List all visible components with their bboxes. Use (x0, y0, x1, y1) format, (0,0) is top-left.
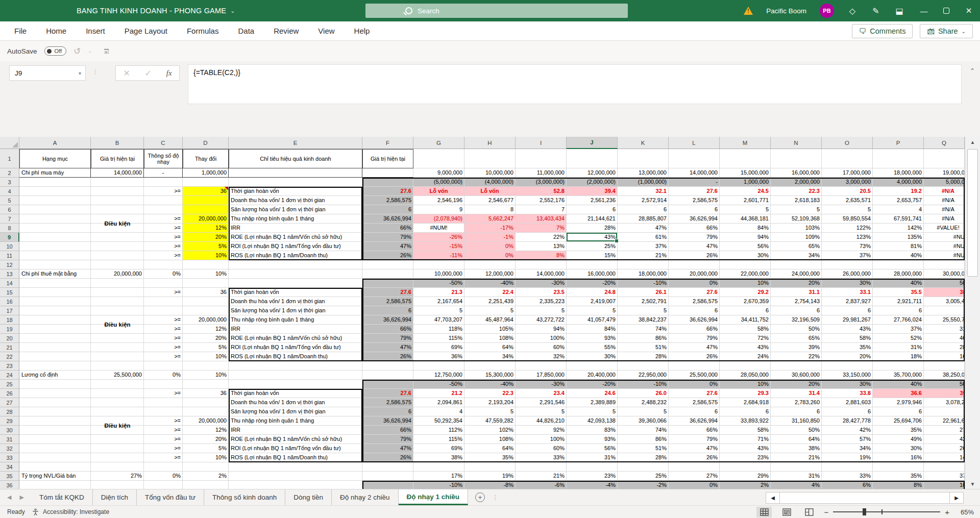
hscroll-left-icon[interactable]: ◀ (766, 492, 780, 504)
column-header-E[interactable]: E (229, 137, 362, 149)
cell-P36[interactable]: 8% (873, 481, 924, 489)
cell-M17[interactable]: 6 (720, 306, 771, 315)
row-header-16[interactable]: 16 (0, 297, 19, 306)
cell-N33[interactable]: 21% (771, 453, 822, 462)
cell-H9[interactable]: -1% (464, 233, 516, 242)
cell-C13[interactable]: 0% (144, 269, 183, 279)
cell-G4[interactable]: Lỗ vốn (413, 187, 464, 196)
cell-J24[interactable]: 20,400,000 (567, 371, 618, 380)
cell-E7[interactable]: Thu nhập ròng bình quân 1 tháng (229, 214, 362, 224)
cell-L14[interactable]: 0% (669, 279, 720, 288)
cell-N26[interactable]: 31.4 (771, 389, 822, 398)
cell-Q16[interactable]: 3,005,495 (924, 297, 965, 306)
vscroll-thumb[interactable] (967, 149, 978, 277)
row-header-3[interactable]: 3 (0, 178, 19, 187)
cell-A11[interactable] (19, 251, 91, 260)
column-header-B[interactable]: B (91, 137, 144, 149)
cell-A30[interactable] (19, 426, 91, 435)
diamond-icon[interactable]: ◇ (847, 6, 857, 16)
row-header-12[interactable]: 12 (0, 260, 19, 269)
cell-Q12[interactable] (924, 260, 965, 269)
row-header-6[interactable]: 6 (0, 205, 19, 214)
cell-L15[interactable]: 27.6 (669, 288, 720, 297)
cell-B25[interactable] (91, 380, 144, 389)
cell-J13[interactable]: 16,000,000 (567, 269, 618, 279)
cell-Q14[interactable]: 50% (924, 279, 965, 288)
cell-N35[interactable]: 31% (771, 472, 822, 481)
cell-F19[interactable]: 66% (362, 325, 413, 334)
cell-M18[interactable]: 34,411,752 (720, 315, 771, 325)
zoom-out-icon[interactable]: − (824, 508, 828, 516)
row-header-36[interactable]: 36 (0, 481, 19, 489)
cell-E34[interactable] (229, 462, 362, 472)
cell-J36[interactable]: -4% (567, 481, 618, 489)
cell-F36[interactable] (362, 481, 413, 489)
cell-N30[interactable]: 50% (771, 426, 822, 435)
row-header-9[interactable]: 9 (0, 233, 19, 242)
cell-M24[interactable]: 28,050,000 (720, 371, 771, 380)
cell-A16[interactable] (19, 297, 91, 306)
cell-L22[interactable]: 26% (669, 352, 720, 361)
cell-H16[interactable]: 2,251,439 (464, 297, 516, 306)
cell-E31[interactable]: ROE (Lợi nhuận BQ 1 năm/Vốn chủ sở hữu) (229, 435, 362, 444)
cell-J27[interactable]: 2,389,889 (567, 398, 618, 407)
cell-A31[interactable] (19, 435, 91, 444)
cell-L26[interactable]: 27.6 (669, 389, 720, 398)
cell-E21[interactable]: ROI (Lợi nhuận BQ 1 năm/Tổng vốn đầu tư) (229, 343, 362, 352)
cell-N14[interactable]: 20% (771, 279, 822, 288)
cell-F16[interactable]: 2,586,575 (362, 297, 413, 306)
row-header-19[interactable]: 19 (0, 325, 19, 334)
cell-P24[interactable]: 35,700,000 (873, 371, 924, 380)
cell-B27[interactable] (91, 398, 144, 407)
cell-O31[interactable]: 57% (822, 435, 873, 444)
cell-L19[interactable]: 66% (669, 325, 720, 334)
cell-M16[interactable]: 2,670,359 (720, 297, 771, 306)
cell-B29[interactable] (91, 416, 144, 426)
cell-F4[interactable]: 27.6 (362, 187, 413, 196)
cell-C26[interactable]: >= (144, 389, 183, 398)
cell-B22[interactable] (91, 352, 144, 361)
pen-icon[interactable]: ✎ (871, 6, 881, 16)
cell-A21[interactable] (19, 343, 91, 352)
cell-G35[interactable]: 17% (413, 472, 464, 481)
cell-B3[interactable] (91, 178, 144, 187)
cell-F9[interactable]: 79% (362, 233, 413, 242)
cell-G11[interactable]: -11% (413, 251, 464, 260)
cell-P1[interactable] (873, 149, 924, 168)
cell-F14[interactable] (362, 279, 413, 288)
cell-E18[interactable]: Thu nhập ròng bình quân 1 tháng (229, 315, 362, 325)
cell-B6[interactable] (91, 205, 144, 214)
cell-P35[interactable]: 35% (873, 472, 924, 481)
ribbon-tab-file[interactable]: File (14, 27, 27, 35)
vscroll-up-icon[interactable]: ▲ (965, 137, 980, 147)
cell-C19[interactable]: >= (144, 325, 183, 334)
select-all-corner[interactable] (0, 137, 19, 149)
cell-C12[interactable] (144, 260, 183, 269)
cell-N21[interactable]: 39% (771, 343, 822, 352)
cell-L35[interactable]: 27% (669, 472, 720, 481)
cell-A9[interactable] (19, 233, 91, 242)
cell-M15[interactable]: 29.2 (720, 288, 771, 297)
cell-A5[interactable] (19, 196, 91, 205)
cell-G29[interactable]: 50,292,354 (413, 416, 464, 426)
cell-J30[interactable]: 83% (567, 426, 618, 435)
cell-B24[interactable]: 25,500,000 (91, 371, 144, 380)
cell-E14[interactable] (229, 279, 362, 288)
cell-P22[interactable]: 18% (873, 352, 924, 361)
cell-G19[interactable]: 118% (413, 325, 464, 334)
cell-O32[interactable]: 34% (822, 444, 873, 453)
cell-M8[interactable]: 84% (720, 224, 771, 233)
cell-K7[interactable]: 28,885,807 (618, 214, 669, 224)
cell-P7[interactable]: 67,591,741 (873, 214, 924, 224)
cell-I10[interactable]: 13% (516, 242, 567, 251)
ribbon-tab-view[interactable]: View (318, 27, 334, 35)
cell-K8[interactable]: 47% (618, 224, 669, 233)
ribbon-tab-review[interactable]: Review (274, 27, 299, 35)
cell-B14[interactable] (91, 279, 144, 288)
cell-G21[interactable]: 69% (413, 343, 464, 352)
row-header-20[interactable]: 20 (0, 334, 19, 343)
cell-A14[interactable] (19, 279, 91, 288)
cell-E32[interactable]: ROI (Lợi nhuận BQ 1 năm/Tổng vốn đầu tư) (229, 444, 362, 453)
cell-J12[interactable] (567, 260, 618, 269)
cell-H10[interactable]: 0% (464, 242, 516, 251)
